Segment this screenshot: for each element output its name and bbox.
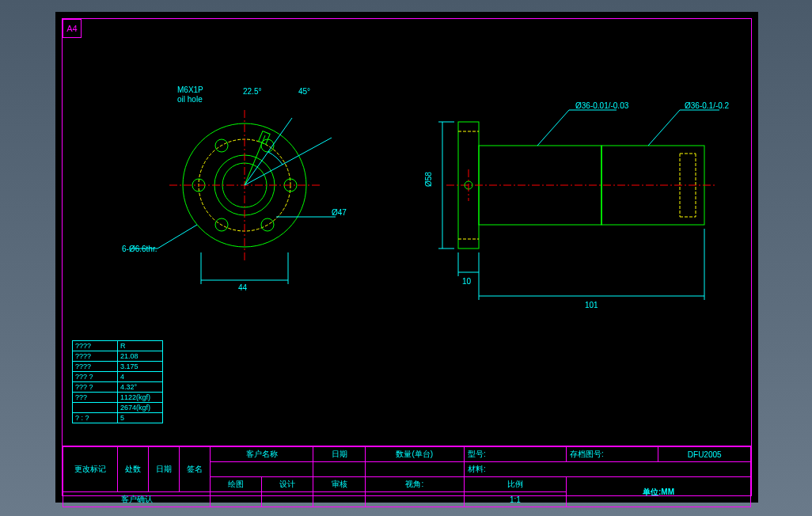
hole-spec: 6-Ø6.6thr. [122,245,157,253]
unit-label: 单位:MM [566,477,750,507]
drawing-frame: A4 M6X1P oil hole 22.5° 45° Ø47 6-Ø6.6th… [62,18,752,496]
angle1: 22.5° [243,87,261,96]
spec-table: ????R????21.08????3.175??? ?4??? ?4.32°?… [72,340,163,423]
width44: 44 [238,283,248,292]
side-view [438,110,719,300]
len101: 101 [585,301,598,309]
cad-canvas[interactable]: A4 M6X1P oil hole 22.5° 45° Ø47 6-Ø6.6th… [55,12,758,503]
svg-line-44 [537,110,569,146]
dia58: Ø58 [424,172,433,187]
oil-label1: M6X1P [177,85,203,94]
svg-line-15 [245,138,332,185]
bcd: Ø47 [332,208,347,217]
front-view [130,110,336,284]
drawing-svg: M6X1P oil hole 22.5° 45° Ø47 6-Ø6.6thr. … [63,19,751,446]
title-block: 更改标记 处数 日期 签名 客户名称 日期 数量(单台) 型号: 存档图号: D… [63,446,751,495]
change-mark: 更改标记 [63,447,118,492]
drawing-number: DFU2005 [658,447,751,462]
thk10: 10 [462,277,472,286]
dia2: Ø36-0.1/-0.2 [685,101,730,110]
oil-label2: oil hole [177,95,203,104]
svg-rect-25 [479,146,601,225]
angle2: 45° [298,87,310,96]
svg-line-20 [157,225,197,249]
dia1: Ø36-0.01/-0.03 [575,101,629,110]
svg-line-46 [648,110,680,146]
